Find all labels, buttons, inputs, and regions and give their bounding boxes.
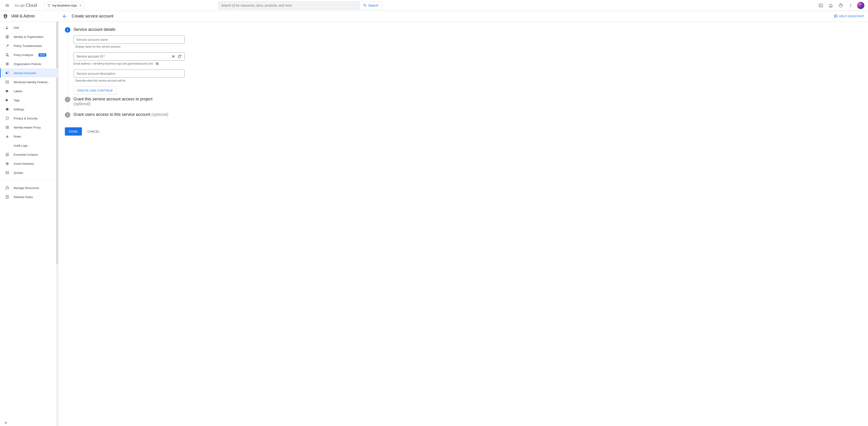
svg-point-2 xyxy=(49,6,50,7)
tags-icon xyxy=(5,98,9,102)
service-account-icon xyxy=(5,71,9,75)
svg-point-9 xyxy=(6,27,7,28)
sidebar-item-label: Audit Logs xyxy=(13,144,27,147)
sidebar-item-privacy-security[interactable]: Privacy & Security xyxy=(0,114,58,123)
sidebar-item-settings[interactable]: Settings xyxy=(0,105,58,114)
sidebar-item-organization-policies[interactable]: Organization Policies xyxy=(0,59,58,68)
svg-point-5 xyxy=(850,4,851,4)
svg-rect-22 xyxy=(6,137,9,137)
regenerate-id-button[interactable] xyxy=(178,54,182,59)
refresh-icon xyxy=(178,54,182,59)
service-account-name-input[interactable] xyxy=(76,38,182,41)
asset-icon xyxy=(5,162,9,166)
briefcase-icon xyxy=(5,186,9,190)
svg-point-0 xyxy=(48,4,49,5)
sidebar: IAM Identity & Organization Policy Troub… xyxy=(0,22,59,426)
collapse-sidebar-button[interactable] xyxy=(4,421,8,425)
svg-rect-15 xyxy=(6,64,9,64)
person-add-icon xyxy=(5,26,9,30)
sidebar-item-iap[interactable]: Identity-Aware Proxy xyxy=(0,123,58,132)
sidebar-item-policy-analyzer[interactable]: Policy Analyzer NEW xyxy=(0,50,58,59)
gear-icon xyxy=(5,107,9,111)
create-and-continue-button[interactable]: CREATE AND CONTINUE xyxy=(73,86,116,95)
sidebar-item-label: Essential Contacts xyxy=(13,153,38,156)
bell-icon xyxy=(829,3,833,8)
service-account-id-field[interactable]: Service account ID* xyxy=(73,52,185,61)
help-assistant-button[interactable]: HELP ASSISTANT xyxy=(830,11,868,22)
sidebar-item-label: Manage Resources xyxy=(13,186,39,190)
step-3[interactable]: 3 Grant users access to this service acc… xyxy=(65,112,192,123)
cloud-shell-button[interactable] xyxy=(816,1,825,10)
sidebar-item-label: Identity-Aware Proxy xyxy=(13,126,41,129)
project-picker[interactable]: my-business-rcpc xyxy=(44,2,85,9)
sidebar-item-service-accounts[interactable]: Service Accounts xyxy=(0,68,58,77)
svg-point-26 xyxy=(7,154,8,155)
svg-point-1 xyxy=(49,4,50,5)
help-button[interactable] xyxy=(836,1,845,10)
svg-rect-24 xyxy=(7,135,7,136)
secondbar: IAM & Admin Create service account HELP … xyxy=(0,11,868,22)
terminal-icon xyxy=(818,3,823,8)
page-title: Create service account xyxy=(72,14,114,19)
done-button[interactable]: DONE xyxy=(65,127,82,135)
sidebar-item-manage-resources[interactable]: Manage Resources xyxy=(0,183,58,192)
sidebar-item-workload-identity[interactable]: Workload Identity Federat... xyxy=(0,77,58,87)
svg-rect-18 xyxy=(7,72,9,73)
copy-email-button[interactable] xyxy=(155,62,159,65)
search-wrap: Search xyxy=(129,1,471,9)
more-button[interactable] xyxy=(846,1,855,10)
policy-analyzer-icon xyxy=(5,53,9,57)
label-icon xyxy=(5,89,9,93)
search-input[interactable] xyxy=(218,2,360,9)
name-helper-text: Display name for this service account xyxy=(75,45,192,48)
sidebar-item-asset-inventory[interactable]: Asset Inventory xyxy=(0,159,58,168)
svg-point-7 xyxy=(850,6,851,7)
clear-id-button[interactable] xyxy=(171,54,175,59)
sidebar-item-label: Settings xyxy=(13,108,24,111)
sidebar-item-label: Roles xyxy=(13,135,21,138)
back-button[interactable] xyxy=(62,14,67,19)
search-icon xyxy=(363,3,367,7)
account-avatar[interactable] xyxy=(857,2,864,9)
sidebar-item-quotas[interactable]: Quotas xyxy=(0,168,58,177)
iap-icon xyxy=(5,125,9,129)
sidebar-item-roles[interactable]: Roles xyxy=(0,132,58,141)
sidebar-item-policy-troubleshooter[interactable]: Policy Troubleshooter xyxy=(0,41,58,50)
sidebar-item-audit-logs[interactable]: Audit Logs xyxy=(0,141,58,150)
sidebar-item-identity-org[interactable]: Identity & Organization xyxy=(0,32,58,41)
sidebar-item-labels[interactable]: Labels xyxy=(0,87,58,96)
step-2[interactable]: 2 Grant this service account access to p… xyxy=(65,97,192,112)
google-cloud-logo[interactable]: Google Cloud xyxy=(14,3,40,8)
svg-rect-23 xyxy=(7,136,8,137)
chevron-down-icon xyxy=(79,3,83,7)
search-button-label: Search xyxy=(368,4,378,7)
search-button[interactable]: Search xyxy=(360,2,381,9)
sidebar-item-release-notes[interactable]: Release Notes xyxy=(0,192,58,201)
sidebar-item-essential-contacts[interactable]: Essential Contacts xyxy=(0,150,58,159)
main-content: 1 Service account details Display name f… xyxy=(59,22,868,426)
hamburger-menu-button[interactable] xyxy=(2,0,13,11)
cancel-button[interactable]: CANCEL xyxy=(86,127,102,135)
more-vert-icon xyxy=(848,3,853,8)
topbar: Google Cloud my-business-rcpc Search xyxy=(0,0,868,11)
sidebar-item-label: Workload Identity Federat... xyxy=(13,80,50,84)
sidebar-item-iam[interactable]: IAM xyxy=(0,23,58,32)
id-placeholder-label: Service account ID* xyxy=(76,55,105,58)
project-name: my-business-rcpc xyxy=(52,4,77,7)
notifications-button[interactable] xyxy=(826,1,835,10)
sidebar-item-tags[interactable]: Tags xyxy=(0,96,58,105)
sidebar-item-label: Quotas xyxy=(13,171,23,174)
service-account-description-input[interactable] xyxy=(76,72,182,75)
step-3-badge: 3 xyxy=(65,112,70,118)
service-account-description-field[interactable] xyxy=(73,70,185,78)
sidebar-item-label: Privacy & Security xyxy=(13,117,37,120)
step-2-badge: 2 xyxy=(65,97,70,102)
service-account-name-field[interactable] xyxy=(73,36,185,44)
step-2-title: Grant this service account access to pro… xyxy=(73,97,192,106)
copy-icon xyxy=(155,62,159,65)
sidebar-item-label: IAM xyxy=(13,26,19,29)
notes-icon xyxy=(5,195,9,199)
sidebar-item-label: Policy Troubleshooter xyxy=(13,44,42,47)
project-icon xyxy=(47,4,51,7)
sidebar-item-label: Labels xyxy=(13,90,22,93)
